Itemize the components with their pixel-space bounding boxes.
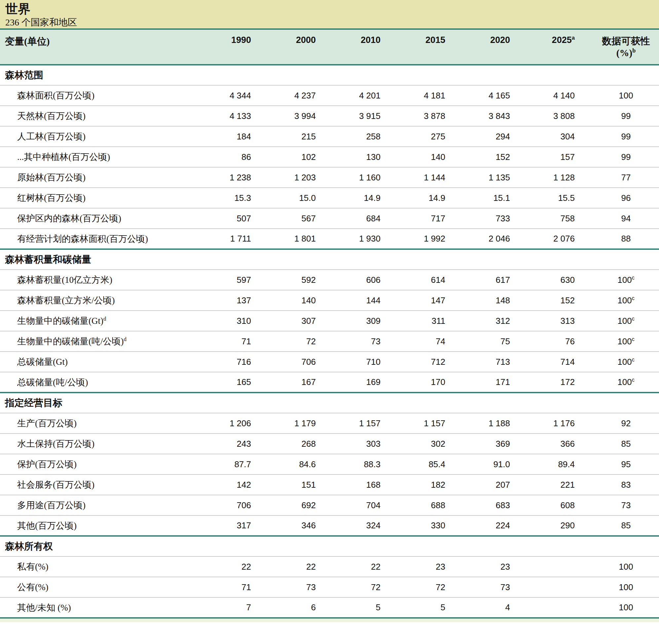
table-row: 其他(百万公顷)31734632433022429085 [0, 515, 659, 536]
availability-value: 100 [619, 562, 633, 572]
value-cell: 1 992 [381, 229, 446, 249]
value-cell: 87.7 [187, 454, 251, 475]
value-cell: 758 [510, 208, 575, 229]
section-header-row: 森林范围 [0, 65, 659, 85]
value-cell: 4 201 [316, 85, 381, 106]
value-cell: 84.6 [251, 454, 316, 475]
value-cell: 307 [251, 310, 316, 331]
value-cell: 706 [251, 351, 316, 372]
availability-cell: 100c [575, 310, 659, 331]
value-cell: 330 [381, 515, 446, 536]
value-cell: 714 [510, 351, 575, 372]
section-header: 森林蓄积量和碳储量 [0, 249, 659, 270]
value-cell: 1 144 [381, 167, 446, 188]
value-cell: 275 [381, 126, 446, 147]
availability-cell: 100c [575, 331, 659, 351]
value-cell: 4 [446, 597, 510, 618]
table-row: 森林蓄积量(10亿立方米)597592606614617630100c [0, 270, 659, 290]
value-cell: 22 [316, 556, 381, 577]
value-cell: 1 179 [251, 413, 316, 434]
value-cell: 1 930 [316, 229, 381, 249]
value-cell: 72 [251, 331, 316, 351]
table-row: 生产(百万公顷)1 2061 1791 1571 1571 1881 17692 [0, 413, 659, 434]
table-row: 人工林(百万公顷)18421525827529430499 [0, 126, 659, 147]
row-label-text: 森林蓄积量(立方米/公顷) [17, 295, 115, 305]
value-cell: 1 157 [316, 413, 381, 434]
value-cell [510, 577, 575, 597]
value-cell: 1 206 [187, 413, 251, 434]
table-row: 生物量中的碳储量(吨/公顷)d717273747576100c [0, 331, 659, 351]
value-cell: 71 [187, 331, 251, 351]
value-cell: 3 915 [316, 106, 381, 126]
row-label: 有经营计划的森林面积(百万公顷) [0, 229, 187, 249]
value-cell: 4 165 [446, 85, 510, 106]
value-cell: 290 [510, 515, 575, 536]
value-cell: 717 [381, 208, 446, 229]
table-row: 公有(%)7173727273100 [0, 577, 659, 597]
availability-cell: 96 [575, 188, 659, 208]
value-cell: 76 [510, 331, 575, 351]
row-label: 总碳储量(Gt) [0, 351, 187, 372]
value-cell: 14.9 [381, 188, 446, 208]
value-cell: 72 [316, 577, 381, 597]
value-cell: 152 [510, 290, 575, 310]
row-label: 人工林(百万公顷) [0, 126, 187, 147]
value-cell [510, 597, 575, 618]
table-row: 森林面积(百万公顷)4 3444 2374 2014 1814 1654 140… [0, 85, 659, 106]
table-row: 水土保持(百万公顷)24326830330236936685 [0, 434, 659, 454]
row-label: 其他/未知 (%) [0, 597, 187, 618]
row-label-text: 有经营计划的森林面积(百万公顷) [17, 234, 148, 244]
row-label: 水土保持(百万公顷) [0, 434, 187, 454]
row-label-text: ...其中种植林(百万公顷) [17, 152, 110, 162]
row-label-text: 私有(%) [17, 562, 48, 572]
footnote-marker-c: c [632, 356, 635, 363]
value-cell: 15.3 [187, 188, 251, 208]
row-label-text: 生物量中的碳储量(Gt) [17, 316, 103, 326]
value-cell: 614 [381, 270, 446, 290]
value-cell: 85.4 [381, 454, 446, 475]
value-cell: 15.5 [510, 188, 575, 208]
value-cell: 303 [316, 434, 381, 454]
value-cell: 165 [187, 372, 251, 393]
value-cell: 713 [446, 351, 510, 372]
section-header-row: 森林所有权 [0, 536, 659, 556]
value-cell: 15.0 [251, 188, 316, 208]
value-cell: 148 [446, 290, 510, 310]
value-cell: 168 [316, 475, 381, 495]
value-cell: 151 [251, 475, 316, 495]
section-header-row: 森林蓄积量和碳储量 [0, 249, 659, 270]
availability-value: 73 [621, 500, 631, 510]
footnote-marker-b: b [632, 48, 636, 54]
value-cell: 304 [510, 126, 575, 147]
row-label-text: 原始林(百万公顷) [17, 172, 86, 182]
section-header: 森林所有权 [0, 536, 659, 556]
value-cell: 102 [251, 147, 316, 167]
availability-value: 88 [621, 234, 631, 244]
value-cell: 7 [187, 597, 251, 618]
value-cell: 1 135 [446, 167, 510, 188]
row-label-text: 公有(%) [17, 582, 48, 592]
availability-value: 100 [619, 582, 633, 592]
availability-value: 100 [617, 357, 632, 367]
availability-cell: 99 [575, 106, 659, 126]
value-cell: 597 [187, 270, 251, 290]
report-table-page: 世界 236 个国家和地区 变量(单位) 1990 2000 2010 2015… [0, 0, 659, 644]
footnote-marker-c: c [632, 377, 635, 383]
availability-value: 100 [617, 275, 632, 285]
value-cell: 137 [187, 290, 251, 310]
table-row: 总碳储量(Gt)716706710712713714100c [0, 351, 659, 372]
value-cell: 3 878 [381, 106, 446, 126]
value-cell: 704 [316, 495, 381, 515]
value-cell: 617 [446, 270, 510, 290]
value-cell: 4 140 [510, 85, 575, 106]
value-cell: 73 [316, 331, 381, 351]
column-header-1990: 1990 [187, 29, 251, 65]
availability-cell: 99 [575, 147, 659, 167]
value-cell: 169 [316, 372, 381, 393]
availability-value: 100 [617, 295, 632, 305]
value-cell: 1 711 [187, 229, 251, 249]
value-cell: 716 [187, 351, 251, 372]
row-label: 原始林(百万公顷) [0, 167, 187, 188]
value-cell: 1 176 [510, 413, 575, 434]
table-header: 变量(单位) 1990 2000 2010 2015 2020 2025a 数据… [0, 29, 659, 65]
